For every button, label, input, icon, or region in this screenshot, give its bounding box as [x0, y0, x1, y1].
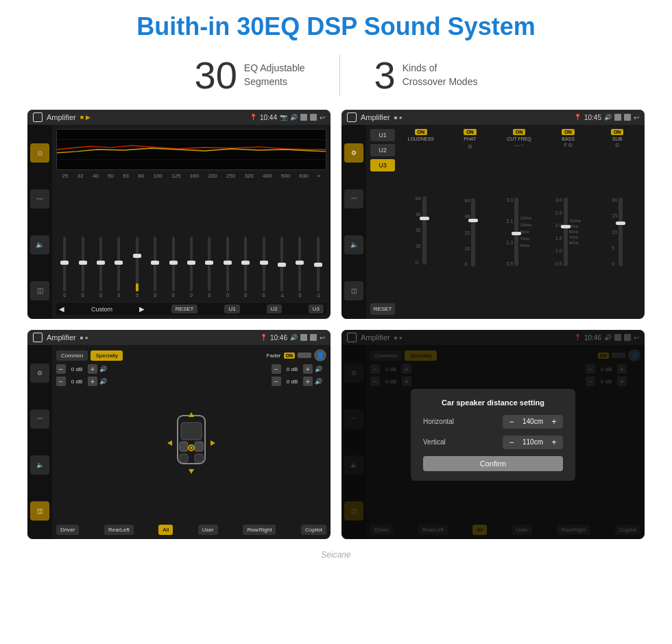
- horizontal-control[interactable]: − 140cm +: [503, 415, 563, 429]
- svg-rect-8: [180, 454, 188, 462]
- eq-slider-2[interactable]: 0: [74, 237, 91, 298]
- wave-icon-sp1: 〰: [37, 416, 43, 422]
- sp1-sb3[interactable]: 🔈: [30, 455, 49, 475]
- svg-rect-9: [195, 454, 203, 462]
- watermark: Seicane: [0, 550, 672, 562]
- home-icon[interactable]: [33, 112, 43, 122]
- eq-slider-8[interactable]: 0: [183, 237, 200, 298]
- cr-reset-btn[interactable]: RESET: [370, 303, 395, 315]
- eq-slider-3[interactable]: 0: [93, 237, 109, 298]
- horizontal-plus-btn[interactable]: +: [549, 417, 559, 427]
- home-icon-cr[interactable]: [347, 112, 357, 122]
- reset-area: RESET: [370, 262, 395, 315]
- next-icon[interactable]: ▶: [139, 305, 145, 313]
- specialty-mode-btn[interactable]: Specialty: [91, 350, 122, 361]
- eq-slider-9[interactable]: 0: [201, 237, 217, 298]
- eq-slider-6[interactable]: 0: [147, 237, 163, 298]
- eq-slider-12[interactable]: 0: [255, 237, 272, 298]
- eq-sidebar-btn-1[interactable]: ⚙: [30, 143, 49, 163]
- vol-minus-3[interactable]: −: [272, 364, 281, 374]
- preset-u3[interactable]: U3: [370, 159, 395, 171]
- u1-btn[interactable]: U1: [224, 305, 239, 313]
- fader-on-btn[interactable]: ON: [284, 353, 296, 359]
- eq-slider-5[interactable]: 5: [129, 237, 145, 298]
- eq-slider-1[interactable]: 0: [56, 237, 73, 298]
- back-icon[interactable]: ↩: [320, 114, 325, 121]
- prev-icon[interactable]: ◀: [59, 305, 64, 313]
- eq-sidebar-btn-4[interactable]: ◫: [30, 281, 49, 300]
- vertical-control[interactable]: − 110cm +: [503, 436, 563, 449]
- vol-minus-2[interactable]: −: [56, 377, 66, 386]
- all-btn[interactable]: All: [158, 525, 173, 535]
- user-btn[interactable]: User: [198, 525, 218, 535]
- eq-slider-14[interactable]: 0: [291, 237, 308, 298]
- preset-u1[interactable]: U1: [370, 129, 395, 141]
- vol-minus-1[interactable]: −: [56, 364, 66, 374]
- vol-plus-4[interactable]: +: [303, 377, 313, 386]
- crossover-channels: ON LOUDNESS 644832160: [398, 129, 640, 315]
- cutfreq-on-btn[interactable]: ON: [513, 129, 526, 135]
- speaker-distance-dialog: Car speaker distance setting Horizontal …: [411, 389, 575, 481]
- s-icon-sp1b: [310, 334, 317, 341]
- eq-slider-7[interactable]: 0: [165, 237, 181, 298]
- cr-icons: ■ ●: [394, 115, 403, 121]
- home-icon-sp1[interactable]: [33, 333, 43, 342]
- rearright-btn[interactable]: RearRight: [243, 525, 276, 535]
- back-icon-cr[interactable]: ↩: [634, 114, 639, 121]
- eq-slider-11[interactable]: 0: [237, 237, 254, 298]
- back-icon-sp1[interactable]: ↩: [320, 334, 325, 342]
- sp1-main: Common Specialty Fader ON 👤 − 0 dB +: [52, 345, 331, 539]
- reset-btn[interactable]: RESET: [171, 305, 198, 313]
- vol-plus-3[interactable]: +: [303, 364, 313, 374]
- horizontal-minus-btn[interactable]: −: [507, 417, 516, 427]
- eq-content: ⚙ 〰 🔈 ◫: [27, 125, 331, 319]
- spk-icon-cr: ◫: [351, 287, 357, 294]
- stat-number-crossover: 3: [374, 56, 396, 95]
- loudness-on-btn[interactable]: ON: [415, 129, 428, 135]
- vertical-value: 110cm: [519, 438, 547, 446]
- cr-sidebar-2[interactable]: 〰: [344, 189, 363, 208]
- fader-slider[interactable]: [298, 353, 311, 358]
- sub-slider[interactable]: 20151050: [612, 149, 623, 315]
- eq-slider-4[interactable]: 0: [110, 237, 127, 298]
- cr-sidebar-3[interactable]: 🔈: [344, 235, 363, 254]
- cutfreq-slider[interactable]: 3.02.11.30.5 120Hz100Hz80Hz70Hz60Hz: [506, 149, 531, 315]
- loudness-slider[interactable]: 644832160: [416, 145, 427, 315]
- bass-on-btn[interactable]: ON: [562, 129, 575, 135]
- phat-on-btn[interactable]: ON: [464, 129, 477, 135]
- confirm-button[interactable]: Confirm: [423, 456, 563, 471]
- sp1-sb1[interactable]: ⚙: [30, 363, 49, 383]
- vol-plus-1[interactable]: +: [88, 364, 97, 374]
- location-icon: 📍: [250, 114, 257, 121]
- sp1-sb2[interactable]: 〰: [30, 409, 49, 429]
- u2-btn[interactable]: U2: [267, 305, 282, 313]
- vol-minus-4[interactable]: −: [272, 377, 281, 386]
- driver-btn[interactable]: Driver: [56, 525, 79, 535]
- eq-slider-13[interactable]: -1: [274, 237, 290, 298]
- common-mode-btn[interactable]: Common: [56, 350, 88, 361]
- eq-slider-15[interactable]: -1: [310, 237, 326, 298]
- cr-sidebar-1[interactable]: ⚙: [344, 143, 363, 163]
- vertical-minus-btn[interactable]: −: [507, 438, 516, 447]
- sub-label: SUB: [612, 136, 622, 141]
- play-icons: ■ ▶: [80, 114, 91, 121]
- sub-on-btn[interactable]: ON: [611, 129, 624, 135]
- sp1-sb4[interactable]: ◫: [30, 501, 49, 521]
- eq-sidebar-btn-2[interactable]: 〰: [30, 189, 49, 208]
- bass-slider[interactable]: 3.02.52.01.51.00.5 100Hz90Hz80Hz70Hz60Hz: [555, 149, 581, 315]
- channel-loudness: ON LOUDNESS 644832160: [398, 129, 444, 315]
- cr-sidebar-4[interactable]: ◫: [344, 281, 363, 300]
- eq-slider-10[interactable]: 0: [219, 237, 236, 298]
- rearleft-btn[interactable]: RearLeft: [104, 525, 134, 535]
- preset-u2[interactable]: U2: [370, 144, 395, 156]
- svg-marker-12: [189, 412, 194, 417]
- vol-plus-2[interactable]: +: [88, 377, 97, 386]
- phat-slider[interactable]: 644832160: [464, 150, 475, 315]
- u3-btn[interactable]: U3: [309, 305, 324, 313]
- copilot-btn[interactable]: Copilot: [301, 525, 326, 535]
- bass-label: BASS: [562, 136, 575, 141]
- bass-scale: 3.02.52.01.51.00.5: [555, 198, 562, 266]
- vertical-plus-btn[interactable]: +: [549, 438, 559, 447]
- page-title: Buith-in 30EQ DSP Sound System: [0, 0, 672, 48]
- eq-sidebar-btn-3[interactable]: 🔈: [30, 235, 49, 254]
